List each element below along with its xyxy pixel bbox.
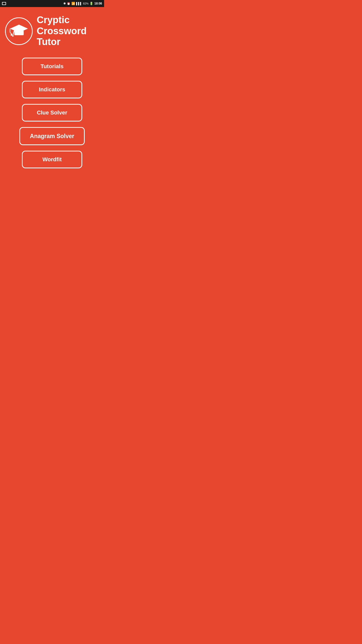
status-bar-right: ✱ ⏰ 📶 ▌▌▌ 82% 🔋 18:06	[63, 2, 102, 5]
wordfit-button[interactable]: Wordfit	[22, 151, 82, 168]
status-bar-left	[2, 2, 6, 5]
indicators-button[interactable]: Indicators	[22, 81, 82, 98]
main-content: Cryptic Crossword Tutor Tutorials Indica…	[0, 7, 104, 185]
svg-rect-1	[14, 30, 24, 35]
clue-solver-button[interactable]: Clue Solver	[22, 104, 82, 122]
status-bar: ✱ ⏰ 📶 ▌▌▌ 82% 🔋 18:06	[0, 0, 104, 7]
image-icon	[2, 2, 6, 5]
buttons-container: Tutorials Indicators Clue Solver Anagram…	[5, 58, 99, 168]
signal-icon: ▌▌▌	[76, 2, 82, 5]
svg-point-3	[12, 35, 14, 37]
svg-rect-6	[11, 34, 12, 36]
battery-icon: 🔋	[89, 2, 93, 5]
tutorials-button[interactable]: Tutorials	[22, 58, 82, 75]
status-time: 18:06	[94, 2, 102, 5]
wifi-icon: 📶	[71, 2, 75, 5]
svg-line-5	[10, 32, 11, 34]
graduation-cap-icon	[10, 23, 28, 39]
app-logo	[5, 17, 33, 45]
anagram-solver-button[interactable]: Anagram Solver	[19, 127, 85, 145]
bluetooth-icon: ✱	[63, 2, 66, 5]
svg-line-2	[13, 30, 14, 35]
alarm-icon: ⏰	[67, 2, 70, 5]
app-title: Cryptic Crossword Tutor	[37, 15, 99, 48]
header-section: Cryptic Crossword Tutor	[5, 15, 99, 48]
battery-label: 82%	[83, 2, 88, 5]
